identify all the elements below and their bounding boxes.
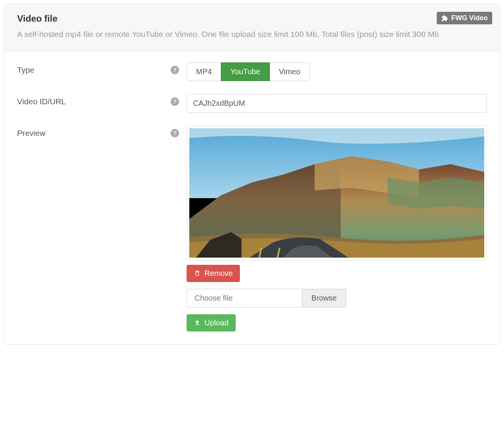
help-icon[interactable]: ? <box>171 129 179 137</box>
panel-title: Video file <box>17 13 487 24</box>
remove-label: Remove <box>204 269 233 278</box>
choose-file-input[interactable]: Choose file <box>187 289 302 307</box>
video-id-row: Video ID/URL ? <box>17 94 487 113</box>
type-option-youtube[interactable]: YouTube <box>221 62 270 81</box>
video-id-input[interactable] <box>187 94 487 113</box>
preview-thumbnail[interactable] <box>189 128 484 258</box>
help-icon[interactable]: ? <box>171 97 179 106</box>
help-icon[interactable]: ? <box>171 66 179 74</box>
type-option-mp4[interactable]: MP4 <box>187 62 221 81</box>
file-chooser: Choose file Browse <box>187 289 346 307</box>
type-row: Type ? MP4 YouTube Vimeo <box>17 62 487 81</box>
puzzle-icon <box>441 15 448 22</box>
fwg-video-badge: FWG Video <box>437 12 492 24</box>
preview-container <box>187 126 487 260</box>
type-button-group: MP4 YouTube Vimeo <box>187 62 310 81</box>
trash-icon <box>194 270 201 277</box>
video-file-panel: Video file A self-hosted mp4 file or rem… <box>4 4 500 345</box>
video-id-label: Video ID/URL <box>17 97 66 106</box>
preview-row: Preview ? <box>17 126 487 331</box>
preview-label: Preview <box>17 129 46 138</box>
type-label: Type <box>17 65 35 75</box>
upload-label: Upload <box>204 319 228 327</box>
type-option-vimeo[interactable]: Vimeo <box>269 62 310 81</box>
remove-button[interactable]: Remove <box>187 265 240 282</box>
panel-header: Video file A self-hosted mp4 file or rem… <box>4 4 500 52</box>
panel-description: A self-hosted mp4 file or remote YouTube… <box>17 28 487 41</box>
upload-button[interactable]: Upload <box>187 314 236 331</box>
upload-icon <box>194 319 201 326</box>
browse-button[interactable]: Browse <box>302 289 346 307</box>
panel-body: Type ? MP4 YouTube Vimeo Video ID/URL ? <box>4 52 500 344</box>
badge-label: FWG Video <box>451 14 488 22</box>
